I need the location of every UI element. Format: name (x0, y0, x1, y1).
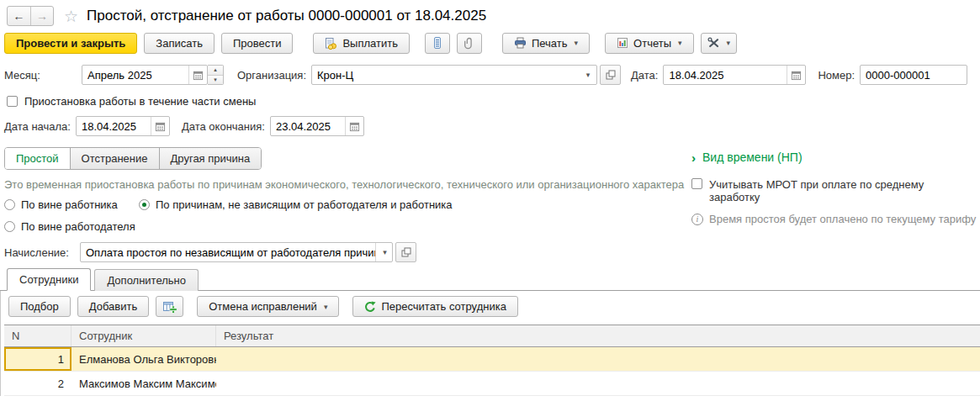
report-chart-icon (617, 37, 628, 49)
back-icon: ← (13, 9, 25, 23)
post-and-close-button[interactable]: Провести и закрыть (4, 33, 137, 54)
pick-label: Подбор (20, 300, 59, 313)
table-row[interactable]: 2 Максимов Максим Максимови… (4, 372, 980, 396)
start-date-field[interactable]: 18.04.2025 (76, 116, 170, 136)
info-row: i Время простоя будет оплачено по текуще… (691, 213, 977, 225)
document-structure-button[interactable] (425, 33, 450, 54)
recalculate-employee-label: Пересчитать сотрудника (381, 300, 506, 313)
time-kind-label: Вид времени (НП) (702, 150, 803, 164)
time-kind-group-link[interactable]: › Вид времени (НП) (691, 150, 977, 164)
employees-tabstrip: Сотрудники Дополнительно (0, 268, 980, 291)
end-date-label: Дата окончания: (182, 120, 265, 133)
paperclip-icon (464, 37, 475, 50)
partial-shift-row: Приостановка работы в течение части смен… (0, 95, 980, 108)
date-field[interactable]: 18.04.2025 (663, 65, 806, 85)
chevron-down-icon: ▾ (324, 303, 328, 311)
radio-selected-icon (139, 199, 150, 210)
tools-wrench-icon (707, 37, 720, 49)
cancel-corrections-button[interactable]: Отмена исправлений ▾ (197, 296, 339, 317)
calendar-icon[interactable] (345, 117, 363, 135)
tab-otstranenie[interactable]: Отстранение (71, 148, 160, 169)
organization-field[interactable]: Крон-Ц ▾ (311, 65, 597, 85)
info-icon: i (691, 214, 703, 225)
mrot-label: Учитывать МРОТ при оплате по среднему за… (709, 178, 977, 203)
table-row[interactable]: 1 Елманова Ольга Викторовна (4, 347, 980, 372)
end-date-field[interactable]: 23.04.2025 (270, 116, 364, 136)
nav-buttons: ← → (7, 6, 54, 26)
calendar-icon[interactable] (188, 66, 207, 84)
table-header: N Сотрудник Результат (4, 325, 980, 347)
print-label: Печать (532, 37, 568, 50)
cell-result[interactable] (216, 347, 980, 371)
cell-employee[interactable]: Елманова Ольга Викторовна (72, 347, 216, 371)
mrot-checkbox[interactable] (691, 178, 702, 189)
cell-result[interactable] (216, 372, 980, 395)
pay-document-coins-icon (325, 37, 337, 50)
add-from-table-button[interactable] (156, 296, 183, 317)
radio-icon (4, 221, 15, 232)
info-text: Время простоя будет оплачено по текущему… (709, 213, 976, 225)
reports-menu-button[interactable]: Отчеты ▾ (605, 33, 693, 54)
open-link-icon (401, 247, 411, 257)
reason-zone: Простой Отстранение Другая причина Это в… (0, 147, 980, 263)
write-button[interactable]: Записать (144, 33, 215, 54)
month-field[interactable]: Апрель 2025 (82, 65, 208, 85)
spinner-down-icon[interactable]: ▾ (208, 75, 223, 85)
chevron-down-icon: ▾ (727, 39, 731, 47)
recalculate-employee-button[interactable]: Пересчитать сотрудника (352, 296, 517, 317)
attachments-button[interactable] (457, 33, 482, 54)
calendar-icon[interactable] (787, 66, 805, 84)
header-fields-row: Месяц: Апрель 2025 ▴ ▾ Организация: Крон… (0, 65, 980, 85)
accrual-open-button[interactable] (395, 242, 416, 262)
column-header-employee[interactable]: Сотрудник (72, 325, 216, 346)
pay-button[interactable]: Выплатить (313, 33, 410, 54)
add-button[interactable]: Добавить (77, 296, 149, 317)
partial-shift-checkbox[interactable] (7, 96, 18, 107)
page-title: Простой, отстранение от работы 0000-0000… (87, 8, 486, 24)
write-label: Записать (156, 37, 203, 50)
reason-tabs: Простой Отстранение Другая причина (4, 147, 262, 170)
chevron-down-icon: ▾ (575, 39, 579, 47)
accrual-row: Начисление: Оплата простоя по независящи… (0, 242, 980, 262)
add-label: Добавить (89, 300, 137, 313)
organization-label: Организация: (237, 69, 306, 82)
number-value: 0000-000001 (861, 69, 967, 82)
chevron-down-icon[interactable]: ▾ (375, 243, 392, 261)
organization-open-button[interactable] (600, 65, 621, 85)
cell-n[interactable]: 1 (4, 347, 72, 371)
tab-employees[interactable]: Сотрудники (7, 268, 91, 291)
service-menu-button[interactable]: ▾ (701, 33, 738, 54)
radio-employer-fault-label: По вине работодателя (21, 220, 135, 233)
back-button[interactable]: ← (8, 7, 30, 25)
cell-employee[interactable]: Максимов Максим Максимови… (72, 372, 216, 395)
chevron-down-icon[interactable]: ▾ (578, 66, 596, 84)
radio-independent-reasons-label: По причинам, не зависящим от работодател… (156, 198, 453, 211)
table-add-icon (162, 300, 177, 314)
chevron-down-icon: ▾ (678, 39, 682, 47)
print-menu-button[interactable]: Печать ▾ (502, 33, 590, 54)
period-row: Дата начала: 18.04.2025 Дата окончания: … (0, 116, 980, 136)
radio-employer-fault[interactable]: По вине работодателя (4, 220, 139, 233)
pick-button[interactable]: Подбор (8, 296, 71, 317)
chevron-right-icon: › (691, 151, 696, 164)
number-field[interactable]: 0000-000001 (860, 65, 967, 85)
cell-n[interactable]: 2 (4, 372, 72, 395)
side-panel: › Вид времени (НП) Учитывать МРОТ при оп… (691, 150, 977, 225)
favorite-star-icon[interactable]: ☆ (64, 7, 78, 26)
radio-employee-fault[interactable]: По вине работника (4, 198, 139, 211)
post-label: Провести (233, 37, 282, 50)
tab-additional[interactable]: Дополнительно (94, 269, 199, 291)
calendar-icon[interactable] (151, 117, 169, 135)
column-header-result[interactable]: Результат (216, 325, 980, 346)
column-header-n[interactable]: N (4, 325, 72, 346)
tab-other-reason[interactable]: Другая причина (160, 148, 262, 169)
post-button[interactable]: Провести (221, 33, 294, 54)
refresh-icon (364, 301, 376, 313)
radio-independent-reasons[interactable]: По причинам, не зависящим от работодател… (139, 198, 453, 211)
forward-button[interactable]: → (30, 7, 53, 25)
accrual-field[interactable]: Оплата простоя по независящим от работод… (80, 242, 393, 262)
spinner-up-icon[interactable]: ▴ (208, 66, 223, 75)
tab-prostoy[interactable]: Простой (5, 148, 71, 169)
end-date-value: 23.04.2025 (271, 120, 345, 133)
accrual-label: Начисление: (4, 246, 75, 259)
